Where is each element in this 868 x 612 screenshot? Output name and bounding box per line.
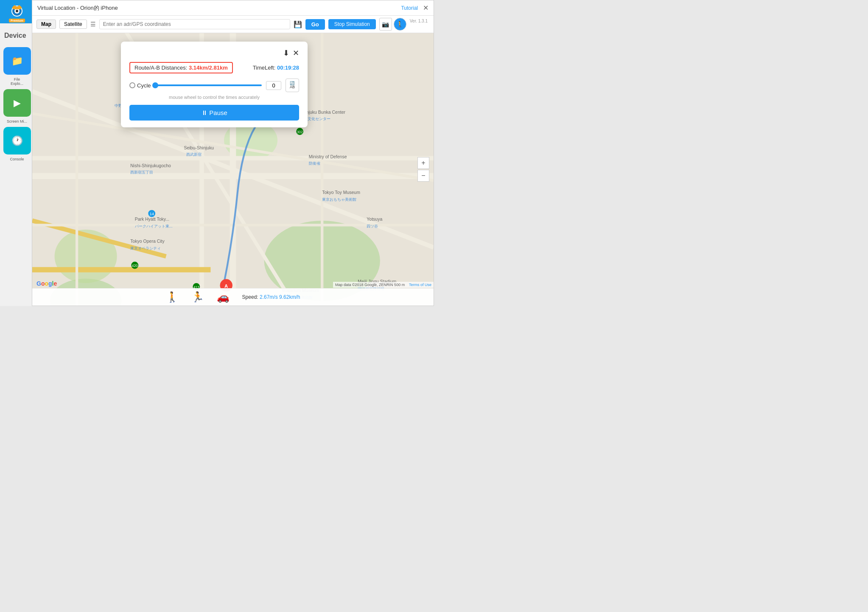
sidebar: Device 📁 FileExplo... ▶ Screen Mi... 🕐 C… bbox=[0, 23, 34, 306]
route-distance-box: Route/A-B Distances: 3.14km/2.81km bbox=[129, 62, 233, 73]
speed-bar: 🚶 🏃 🚗 Speed: 2.67m/s 9.62km/h bbox=[32, 288, 434, 306]
console-icon: 🕐 bbox=[11, 135, 23, 146]
speed-text: Speed: 2.67m/s 9.62km/h bbox=[242, 294, 300, 300]
svg-text:Tokyo Toy Museum: Tokyo Toy Museum bbox=[322, 190, 360, 195]
logo-icon bbox=[8, 3, 25, 20]
svg-text:四ツ谷: 四ツ谷 bbox=[367, 224, 378, 228]
virtual-location-window: Virtual Location - Orion的 iPhone Tutoria… bbox=[32, 0, 434, 306]
zoom-out-button[interactable]: − bbox=[417, 170, 429, 182]
svg-text:防衛省: 防衛省 bbox=[309, 161, 320, 166]
cycle-slider-thumb bbox=[152, 82, 158, 88]
route-distance-value: 3.14km/2.81km bbox=[189, 65, 228, 71]
popup-header: ⬇ ✕ bbox=[129, 48, 299, 58]
time-left-value: 00:19:28 bbox=[277, 65, 299, 71]
time-left-label: TimeLeft: bbox=[253, 65, 276, 71]
svg-text:東京おもちゃ美術館: 東京おもちゃ美術館 bbox=[322, 197, 356, 202]
app-logo: Premium bbox=[0, 0, 34, 23]
screen-mirror-icon: ▶ bbox=[14, 98, 21, 109]
cycle-slider[interactable] bbox=[155, 84, 262, 86]
speed-value: 2.67m/s 9.62km/h bbox=[260, 294, 300, 300]
file-explorer-icon: 📁 bbox=[11, 56, 23, 67]
svg-text:Ministry of Defense: Ministry of Defense bbox=[309, 154, 347, 159]
svg-text:A: A bbox=[224, 284, 228, 289]
file-explorer-label: FileExplo... bbox=[11, 77, 23, 86]
svg-text:Seibu-Shinjuku: Seibu-Shinjuku bbox=[184, 145, 214, 150]
route-info-row: Route/A-B Distances: 3.14km/2.81km TimeL… bbox=[129, 62, 299, 73]
svg-text:西新宿五丁目: 西新宿五丁目 bbox=[130, 170, 153, 175]
cycle-text: Cycle bbox=[137, 82, 151, 89]
svg-text:パークハイアット東...: パークハイアット東... bbox=[134, 224, 173, 228]
zoom-in-button[interactable]: + bbox=[417, 157, 429, 169]
svg-text:Park Hyatt Toky...: Park Hyatt Toky... bbox=[135, 216, 169, 222]
svg-text:西武新宿: 西武新宿 bbox=[186, 152, 202, 157]
coord-input[interactable] bbox=[99, 19, 290, 29]
camera-icon-btn[interactable]: 📷 bbox=[379, 18, 392, 31]
pause-button[interactable]: ⏸ Pause bbox=[129, 105, 299, 121]
save-icon[interactable]: 💾 bbox=[294, 20, 302, 28]
cycle-row: Cycle 0 🔄AB bbox=[129, 79, 299, 92]
terms-of-use-link[interactable]: Terms of Use bbox=[409, 283, 431, 287]
sidebar-item-screen-mirror[interactable]: ▶ bbox=[3, 89, 31, 117]
console-label: Console bbox=[10, 157, 24, 161]
map-toolbar: Map Satellite ☰ 💾 Go Stop Simulation 📷 🚶… bbox=[32, 16, 434, 33]
walk-icon[interactable]: 🚶 bbox=[166, 291, 179, 303]
speed-label: Speed: bbox=[242, 294, 258, 300]
cycle-ab-button[interactable]: 🔄AB bbox=[286, 79, 299, 92]
main-area: Device 📁 FileExplo... ▶ Screen Mi... 🕐 C… bbox=[0, 23, 434, 306]
toolbar-right-icons: 📷 🚶 Ver. 1.3.1 bbox=[379, 18, 429, 31]
svg-text:420: 420 bbox=[132, 264, 138, 268]
map-credits: Map data ©2018 Google, ZENRIN 500 m Term… bbox=[333, 282, 434, 288]
svg-point-2 bbox=[16, 10, 18, 12]
cycle-ab-icon: 🔄AB bbox=[290, 81, 295, 89]
route-popup: ⬇ ✕ Route/A-B Distances: 3.14km/2.81km T… bbox=[121, 42, 308, 127]
tutorial-link[interactable]: Tutorial bbox=[401, 5, 418, 11]
time-left: TimeLeft: 00:19:28 bbox=[253, 65, 299, 71]
svg-text:東京オペラシティ: 東京オペラシティ bbox=[130, 246, 161, 250]
svg-point-8 bbox=[55, 230, 117, 283]
list-icon[interactable]: ☰ bbox=[90, 21, 96, 28]
vl-window-title: Virtual Location - Orion的 iPhone bbox=[37, 4, 118, 12]
sidebar-item-file-explorer[interactable]: 📁 bbox=[3, 47, 31, 75]
mouse-hint: mouse wheel to control the times accurat… bbox=[129, 95, 299, 100]
cycle-label: Cycle bbox=[129, 82, 151, 89]
popup-close-icon[interactable]: ✕ bbox=[293, 48, 299, 58]
svg-text:14: 14 bbox=[149, 211, 154, 216]
vl-titlebar-right: Tutorial ✕ bbox=[401, 4, 428, 12]
svg-text:Nishi-Shinjukugocho: Nishi-Shinjukugocho bbox=[130, 163, 171, 168]
map-container[interactable]: Nakanosakaue 中野坂上 Seibu-Shinjuku 西武新宿 Ni… bbox=[32, 33, 434, 306]
zoom-controls: + − bbox=[417, 157, 429, 182]
streetview-button[interactable]: 🚶 bbox=[394, 18, 406, 31]
download-icon[interactable]: ⬇ bbox=[283, 48, 289, 58]
run-icon[interactable]: 🏃 bbox=[191, 291, 204, 303]
device-section-label: Device bbox=[0, 28, 34, 44]
google-logo: Google bbox=[36, 280, 57, 287]
sidebar-item-console[interactable]: 🕐 bbox=[3, 127, 31, 154]
go-button[interactable]: Go bbox=[305, 19, 325, 30]
map-type-satellite[interactable]: Satellite bbox=[59, 20, 87, 29]
premium-badge: Premium bbox=[9, 19, 25, 22]
cycle-count[interactable]: 0 bbox=[266, 81, 281, 90]
map-type-map[interactable]: Map bbox=[36, 20, 56, 29]
car-icon[interactable]: 🚗 bbox=[217, 291, 230, 303]
svg-text:302: 302 bbox=[297, 130, 303, 134]
stop-simulation-button[interactable]: Stop Simulation bbox=[328, 19, 376, 29]
svg-text:Tokyo Opera City: Tokyo Opera City bbox=[130, 239, 165, 244]
svg-text:Yotsuya: Yotsuya bbox=[367, 216, 382, 222]
vl-titlebar: Virtual Location - Orion的 iPhone Tutoria… bbox=[32, 0, 434, 16]
route-distance-label: Route/A-B Distances: bbox=[134, 65, 187, 71]
cycle-radio[interactable] bbox=[129, 82, 135, 88]
version-tag: Ver. 1.3.1 bbox=[408, 18, 429, 31]
map-data-text: Map data ©2018 Google, ZENRIN 500 m bbox=[335, 283, 405, 287]
screen-mirror-label: Screen Mi... bbox=[7, 119, 27, 124]
vl-close-button[interactable]: ✕ bbox=[423, 4, 428, 12]
